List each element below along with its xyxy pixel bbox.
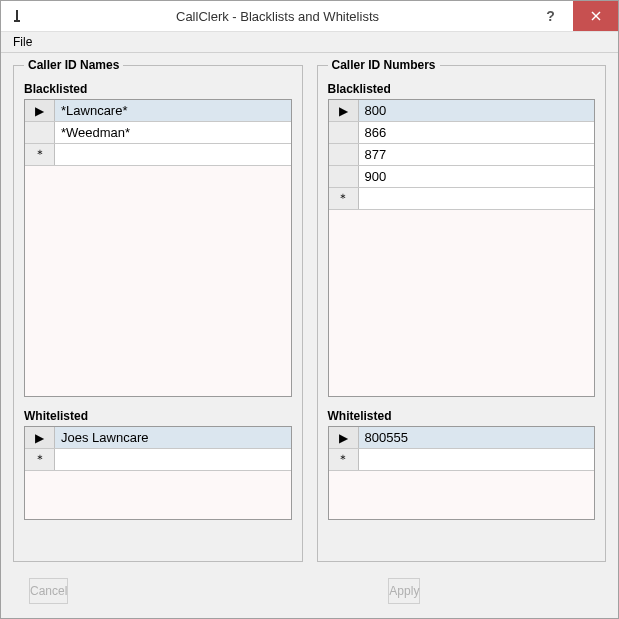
- cell-value[interactable]: *Weedman*: [55, 122, 291, 143]
- table-row[interactable]: ▶ Joes Lawncare: [25, 427, 291, 449]
- menubar: File: [1, 31, 618, 53]
- table-row[interactable]: 866: [329, 122, 595, 144]
- table-row[interactable]: 877: [329, 144, 595, 166]
- table-row[interactable]: 900: [329, 166, 595, 188]
- grid-names-whitelist[interactable]: ▶ Joes Lawncare ＊: [24, 426, 292, 520]
- apply-button[interactable]: Apply: [388, 578, 420, 604]
- app-icon: [7, 6, 27, 26]
- label-names-blacklisted: Blacklisted: [24, 82, 292, 96]
- close-button[interactable]: [573, 1, 618, 31]
- table-row[interactable]: ▶ 800555: [329, 427, 595, 449]
- row-indicator-current-icon: ▶: [25, 427, 55, 448]
- cell-value[interactable]: *Lawncare*: [55, 100, 291, 121]
- cell-value[interactable]: 877: [359, 144, 595, 165]
- cell-value[interactable]: 800555: [359, 427, 595, 448]
- label-numbers-whitelisted: Whitelisted: [328, 409, 596, 423]
- cell-value[interactable]: [55, 449, 291, 470]
- grid-names-blacklist[interactable]: ▶ *Lawncare* *Weedman* ＊: [24, 99, 292, 397]
- cell-value[interactable]: [359, 449, 595, 470]
- group-legend-numbers: Caller ID Numbers: [328, 58, 440, 72]
- group-legend-names: Caller ID Names: [24, 58, 123, 72]
- table-row-new[interactable]: ＊: [329, 188, 595, 210]
- cell-value[interactable]: Joes Lawncare: [55, 427, 291, 448]
- row-indicator-new-icon: ＊: [25, 144, 55, 165]
- table-row-new[interactable]: ＊: [25, 144, 291, 166]
- table-row[interactable]: *Weedman*: [25, 122, 291, 144]
- dialog-window: CallClerk - Blacklists and Whitelists ? …: [0, 0, 619, 619]
- cell-value[interactable]: [359, 188, 595, 209]
- row-indicator: [329, 166, 359, 187]
- row-indicator-current-icon: ▶: [329, 100, 359, 121]
- row-indicator-current-icon: ▶: [329, 427, 359, 448]
- menu-file[interactable]: File: [5, 33, 40, 51]
- window-title: CallClerk - Blacklists and Whitelists: [27, 9, 528, 24]
- table-row-new[interactable]: ＊: [25, 449, 291, 471]
- row-indicator-new-icon: ＊: [25, 449, 55, 470]
- row-indicator-new-icon: ＊: [329, 449, 359, 470]
- cancel-button[interactable]: Cancel: [29, 578, 68, 604]
- row-indicator-current-icon: ▶: [25, 100, 55, 121]
- row-indicator: [25, 122, 55, 143]
- group-caller-id-numbers: Caller ID Numbers Blacklisted ▶ 800 866 …: [317, 65, 607, 562]
- grid-numbers-whitelist[interactable]: ▶ 800555 ＊: [328, 426, 596, 520]
- cell-value[interactable]: 866: [359, 122, 595, 143]
- row-indicator-new-icon: ＊: [329, 188, 359, 209]
- cell-value[interactable]: 900: [359, 166, 595, 187]
- group-caller-id-names: Caller ID Names Blacklisted ▶ *Lawncare*…: [13, 65, 303, 562]
- button-bar: Cancel Apply OK: [1, 570, 618, 618]
- label-names-whitelisted: Whitelisted: [24, 409, 292, 423]
- table-row[interactable]: ▶ 800: [329, 100, 595, 122]
- titlebar: CallClerk - Blacklists and Whitelists ?: [1, 1, 618, 31]
- label-numbers-blacklisted: Blacklisted: [328, 82, 596, 96]
- window-controls: ?: [528, 1, 618, 31]
- row-indicator: [329, 144, 359, 165]
- table-row-new[interactable]: ＊: [329, 449, 595, 471]
- help-button[interactable]: ?: [528, 1, 573, 31]
- row-indicator: [329, 122, 359, 143]
- grid-numbers-blacklist[interactable]: ▶ 800 866 877 900 ＊: [328, 99, 596, 397]
- svg-rect-1: [14, 20, 20, 22]
- cell-value[interactable]: 800: [359, 100, 595, 121]
- client-area: Caller ID Names Blacklisted ▶ *Lawncare*…: [1, 53, 618, 570]
- table-row[interactable]: ▶ *Lawncare*: [25, 100, 291, 122]
- cell-value[interactable]: [55, 144, 291, 165]
